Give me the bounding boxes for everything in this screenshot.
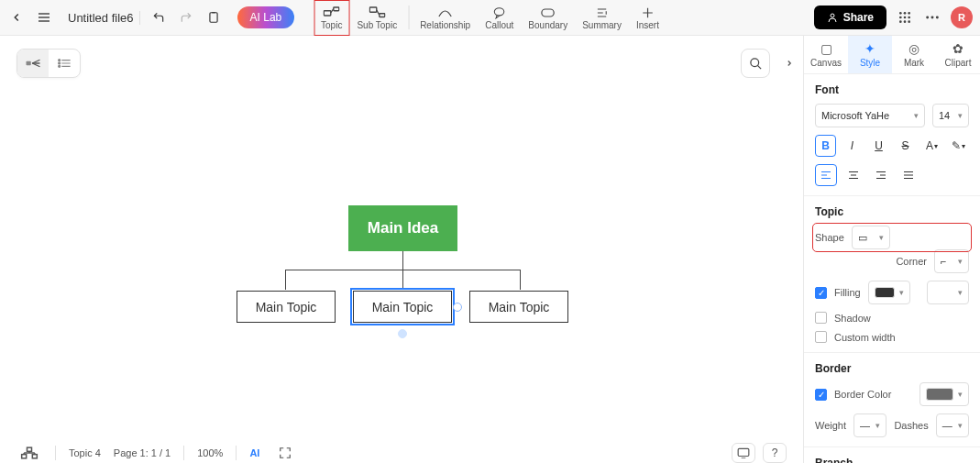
svg-point-20 — [904, 17, 907, 19]
filling-label: Filling — [834, 287, 861, 298]
right-panel: ▢Canvas ✦Style ◎Mark ✿Clipart Font Micro… — [803, 36, 980, 463]
tab-clipart[interactable]: ✿Clipart — [936, 36, 980, 73]
ai-button[interactable]: AI — [249, 447, 259, 458]
shape-dropdown[interactable]: ▭▾ — [852, 226, 890, 249]
font-color-button[interactable]: A▾ — [921, 135, 942, 157]
tab-label: Style — [860, 58, 880, 68]
section-title: Branch — [815, 457, 969, 463]
tool-label: Topic — [321, 20, 342, 30]
filling-color-dropdown[interactable]: ▾ — [868, 281, 910, 304]
chevron-down-icon: ▾ — [962, 142, 965, 150]
topic-section: Topic Shape ▭▾ Corner ⌐▾ ✓ Filling ▾ ▾ S… — [804, 196, 980, 353]
tool-callout[interactable]: Callout — [478, 0, 521, 36]
align-justify-button[interactable] — [897, 164, 919, 186]
tab-mark[interactable]: ◎Mark — [892, 36, 936, 73]
add-child-handle-icon[interactable] — [398, 329, 407, 338]
more-icon[interactable] — [923, 8, 941, 27]
svg-point-27 — [936, 17, 939, 19]
svg-point-26 — [931, 17, 934, 19]
strike-button[interactable]: S — [895, 135, 916, 157]
tool-relationship[interactable]: Relationship — [413, 0, 478, 36]
filling-style-dropdown[interactable]: ▾ — [927, 281, 969, 304]
weight-dropdown[interactable]: —▾ — [853, 413, 886, 437]
chevron-down-icon: ▾ — [958, 390, 963, 399]
tool-boundary[interactable]: Boundary — [521, 0, 575, 36]
help-icon[interactable]: ? — [763, 443, 787, 463]
share-button[interactable]: Share — [814, 6, 886, 29]
border-section: Border ✓ Border Color ▾ Weight —▾ Dashes… — [804, 353, 980, 447]
present-icon[interactable] — [732, 443, 755, 463]
person-icon — [827, 12, 838, 23]
corner-label: Corner — [896, 256, 927, 267]
border-color-checkbox[interactable]: ✓ — [815, 389, 827, 401]
svg-point-24 — [908, 20, 910, 23]
avatar[interactable]: R — [951, 6, 973, 28]
separator — [236, 446, 237, 460]
topbar-right: Share R — [814, 6, 973, 29]
tab-style[interactable]: ✦Style — [848, 36, 892, 73]
corner-dropdown[interactable]: ⌐▾ — [934, 249, 969, 273]
svg-rect-40 — [28, 447, 32, 451]
canvas-area[interactable]: Main Idea Main Topic Main Topic Main Top… — [0, 36, 803, 463]
svg-point-17 — [904, 12, 907, 15]
file-title[interactable]: Untitled file6 — [62, 11, 140, 25]
svg-rect-7 — [380, 13, 385, 17]
tool-subtopic[interactable]: Sub Topic — [349, 0, 404, 36]
resize-handle-icon[interactable] — [453, 303, 462, 312]
highlight-button[interactable]: ✎▾ — [948, 135, 969, 157]
tab-canvas[interactable]: ▢Canvas — [804, 36, 848, 73]
align-left-button[interactable] — [815, 164, 837, 186]
apps-grid-icon[interactable] — [896, 8, 914, 27]
topic-node-selected[interactable]: Main Topic — [353, 291, 452, 323]
topic-node[interactable]: Main Topic — [237, 291, 336, 323]
ai-lab-button[interactable]: AI Lab — [237, 6, 295, 28]
color-swatch — [875, 287, 895, 298]
chevron-down-icon: ▾ — [958, 257, 963, 266]
chevron-down-icon: ▾ — [958, 421, 963, 430]
topic-node[interactable]: Main Topic — [469, 291, 568, 323]
paste-icon[interactable] — [204, 8, 223, 27]
fullscreen-icon[interactable] — [272, 444, 298, 462]
topic-count: Topic 4 — [69, 447, 101, 458]
underline-button[interactable]: U — [868, 135, 889, 157]
zoom-level[interactable]: 100% — [197, 447, 223, 458]
border-color-dropdown[interactable]: ▾ — [919, 382, 969, 406]
share-label: Share — [843, 11, 874, 24]
font-family-dropdown[interactable]: Microsoft YaHe▾ — [815, 104, 925, 127]
align-center-button[interactable] — [842, 164, 864, 186]
chevron-down-icon: ▾ — [958, 288, 963, 297]
custom-width-checkbox[interactable] — [815, 331, 827, 343]
font-size-dropdown[interactable]: 14▾ — [932, 104, 969, 127]
weight-label: Weight — [815, 420, 846, 431]
tool-summary[interactable]: Summary — [575, 0, 629, 36]
tool-topic[interactable]: Topic — [314, 0, 349, 36]
filling-checkbox[interactable]: ✓ — [815, 287, 827, 299]
menu-icon[interactable] — [35, 8, 53, 27]
italic-button[interactable]: I — [842, 135, 863, 157]
tab-label: Clipart — [945, 58, 972, 68]
shadow-checkbox[interactable] — [815, 312, 827, 324]
svg-point-16 — [899, 12, 902, 15]
subtopic-icon — [369, 6, 385, 20]
bold-button[interactable]: B — [815, 135, 836, 157]
style-icon: ✦ — [864, 41, 875, 56]
shape-row: Shape ▭▾ — [815, 226, 969, 249]
section-title: Font — [815, 83, 969, 96]
chevron-down-icon: ▾ — [899, 288, 904, 297]
font-family-value: Microsoft YaHe — [821, 110, 889, 121]
canvas: Main Idea Main Topic Main Topic Main Top… — [0, 36, 803, 463]
back-icon[interactable] — [7, 8, 26, 27]
boundary-icon — [541, 6, 556, 20]
svg-point-15 — [831, 14, 834, 17]
redo-icon[interactable] — [177, 8, 195, 27]
font-size-value: 14 — [939, 110, 950, 121]
dashes-dropdown[interactable]: —▾ — [936, 413, 969, 437]
line-dash-icon: — — [942, 420, 952, 431]
tool-insert[interactable]: Insert — [629, 0, 666, 36]
main-idea-node[interactable]: Main Idea — [348, 205, 457, 251]
undo-icon[interactable] — [149, 8, 168, 27]
chevron-down-icon: ▾ — [934, 142, 938, 150]
structure-icon[interactable] — [17, 444, 42, 462]
svg-rect-41 — [22, 455, 27, 458]
align-right-button[interactable] — [870, 164, 892, 186]
